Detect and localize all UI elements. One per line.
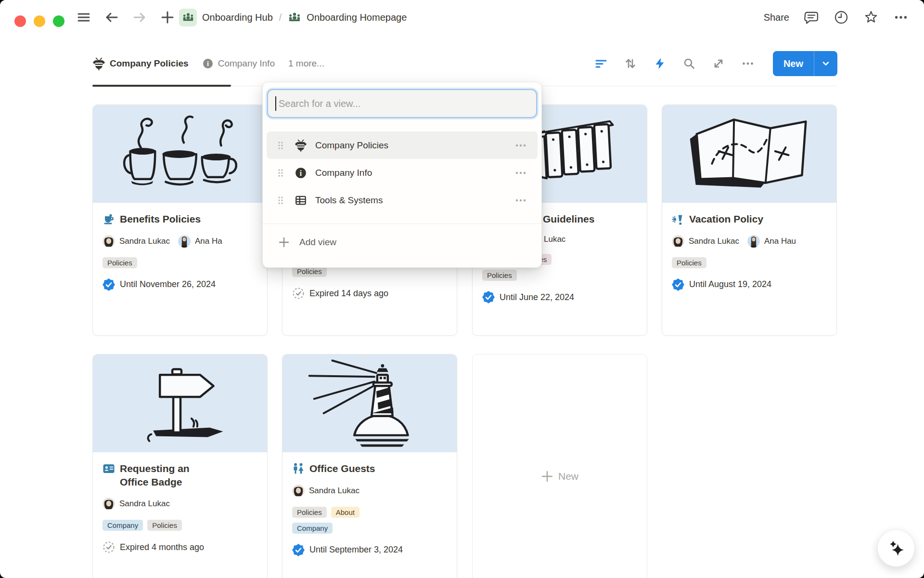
automations-button[interactable] [654,57,666,70]
drag-handle-icon[interactable] [277,140,284,151]
view-item-company-policies[interactable]: Company Policies [267,131,538,159]
id-card-icon [103,462,115,475]
ellipsis-icon [742,57,754,70]
filter-icon [595,57,607,70]
info-icon: i [202,58,214,69]
expand-view-button[interactable] [712,57,725,70]
tab-label: Company Info [218,58,275,69]
breadcrumb-hub-label[interactable]: Onboarding Hub [202,12,273,23]
search-view-button[interactable] [683,57,695,70]
table-icon [295,194,307,207]
favorite-button[interactable] [863,10,879,25]
view-search-field[interactable] [267,89,537,118]
ai-assistant-button[interactable] [877,529,915,567]
tag-chip: About [331,507,359,518]
onboarding-hub-icon[interactable] [179,9,197,26]
svg-text:i: i [207,60,209,67]
breadcrumb-page-label[interactable]: Onboarding Homepage [307,12,407,23]
share-button[interactable]: Share [764,12,789,23]
two-people-icon [292,462,305,475]
tag-chip: Policies [147,520,182,531]
new-card-label: New [558,471,578,482]
card-benefits-policies[interactable]: Benefits Policies Sandra Lukac Ana Ha Po… [92,105,268,336]
dropdown-divider [263,223,541,224]
sort-button[interactable] [624,57,637,70]
person-name: Ana Ha [195,236,222,246]
new-page-button[interactable] [160,10,175,25]
view-item-company-info[interactable]: i Company Info [267,159,538,186]
plus-icon [541,470,553,483]
view-options-button[interactable] [742,57,754,70]
status-text: Expired 4 months ago [120,542,204,552]
breadcrumb-separator: / [278,12,283,23]
view-search-input[interactable] [268,90,536,117]
drag-handle-icon[interactable] [277,168,284,178]
card-people: Sandra Lukac Ana Ha [103,235,257,248]
tag-chip: Policies [672,257,706,268]
sun-exclamation-icon [672,213,684,225]
status-text: Until November 26, 2024 [120,279,216,289]
tab-company-info[interactable]: i Company Info [202,58,275,69]
tag-chip: Policies [103,257,137,268]
expired-check-icon [103,541,115,553]
card-title: Benefits Policies [120,212,201,226]
ellipsis-icon [514,167,527,179]
card-cover [662,105,836,203]
new-record-dropdown-button[interactable] [814,51,837,76]
page-history-button[interactable] [834,10,849,25]
verified-badge-icon [672,278,684,291]
close-window-button[interactable] [14,15,26,27]
tag-chip: Company [103,520,143,531]
minimize-window-button[interactable] [34,15,45,27]
filter-button[interactable] [595,57,607,70]
comments-button[interactable] [804,10,819,25]
plus-icon [160,10,175,25]
person-name: Sandra Lukac [119,499,170,509]
more-views-button[interactable]: 1 more... [288,58,324,69]
back-arrow-icon [104,10,119,25]
svg-text:i: i [300,169,302,177]
avatar [747,235,760,248]
card-title: Requesting an Office Badge [120,462,205,488]
card-office-badge[interactable]: Requesting an Office Badge Sandra Lukac … [92,354,268,578]
forward-button[interactable] [132,10,147,25]
tag-chip: Policies [482,270,517,281]
view-toolbar: Company Policies i Company Info 1 more..… [92,46,837,81]
card-tags: Policies [103,257,257,268]
card-tags: Policies [672,257,827,268]
view-item-tools-systems[interactable]: Tools & Systems [267,186,538,214]
signpost-illustration [93,355,267,452]
ellipsis-icon [893,9,909,26]
lightning-bolt-icon [654,57,666,70]
new-record-split-button: New [773,51,837,76]
verified-badge-icon [482,291,495,303]
person-name: Sandra Lukac [309,486,359,496]
drag-handle-icon[interactable] [277,195,284,206]
tab-label: Company Policies [110,58,189,69]
titlebar: Onboarding Hub / Onboarding Homepage Sha… [0,0,924,35]
tag-chip: Policies [292,507,327,518]
view-item-more-button[interactable] [514,167,527,179]
status-text: Until September 3, 2024 [309,545,403,555]
view-item-label: Company Policies [315,140,514,151]
view-item-more-button[interactable] [514,139,527,152]
page-more-button[interactable] [893,10,909,25]
new-card-button[interactable]: New [472,354,647,578]
star-icon [863,9,879,26]
card-status: Expired 14 days ago [292,287,447,300]
add-view-label: Add view [299,237,336,248]
card-people: Sandra Lukac Ana Hau [672,235,827,248]
status-text: Expired 14 days ago [309,289,388,299]
zoom-window-button[interactable] [53,15,64,27]
back-button[interactable] [104,10,119,25]
view-item-more-button[interactable] [514,194,527,207]
person-name: Sandra Lukac [119,236,170,246]
card-office-guests[interactable]: Office Guests Sandra Lukac Policies Abou… [282,354,457,578]
card-vacation-policy[interactable]: Vacation Policy Sandra Lukac Ana Hau Pol… [662,105,837,336]
add-view-button[interactable]: Add view [267,231,538,254]
bee-icon [295,139,307,152]
sort-arrows-icon [624,57,637,70]
tab-company-policies[interactable]: Company Policies [92,57,189,70]
new-record-button[interactable]: New [773,51,814,76]
sidebar-menu-button[interactable] [76,10,91,25]
